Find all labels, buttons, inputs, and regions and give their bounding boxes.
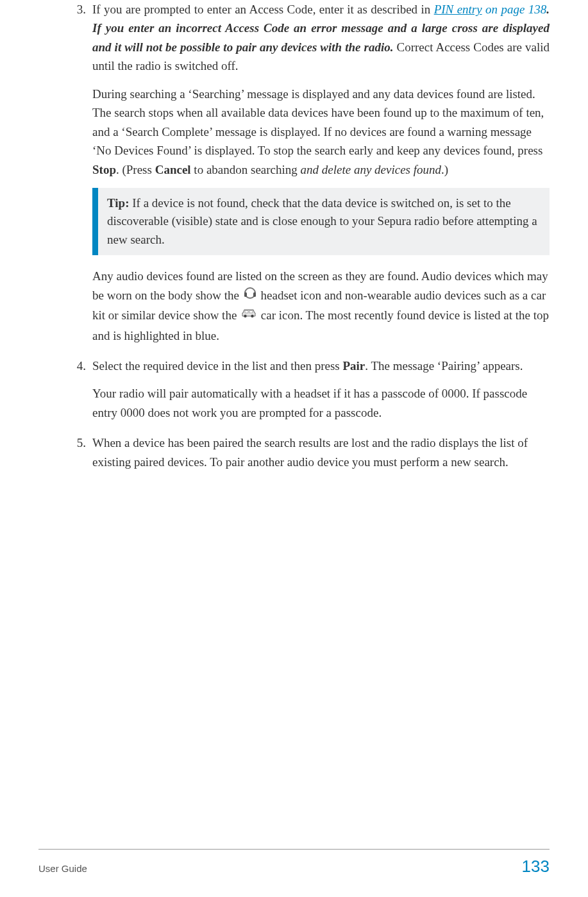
tip-label: Tip: [107,196,130,210]
step-3: 3. If you are prompted to enter an Acces… [69,0,550,345]
page: 3. If you are prompted to enter an Acces… [0,0,588,897]
step-5: 5. When a device has been paired the sea… [69,433,550,471]
step-4-number: 4. [69,356,86,375]
page-number: 133 [522,853,550,879]
text: During searching a ‘Searching’ message i… [92,87,544,157]
step-3-para-2: During searching a ‘Searching’ message i… [92,85,550,179]
text: .) [441,163,448,176]
steps-list: 3. If you are prompted to enter an Acces… [69,0,550,471]
text: . The message ‘Pairing’ appears. [365,359,523,373]
link-text: PIN entry [434,3,482,16]
tip-body: If a device is not found, check that the… [107,196,537,246]
tip-box: Tip: If a device is not found, check tha… [92,188,550,256]
svg-point-6 [251,315,253,317]
headset-icon [244,286,256,305]
step-5-number: 5. [69,433,86,452]
page-footer: User Guide 133 [38,849,550,879]
pair-label: Pair [342,359,365,373]
footer-left: User Guide [38,861,87,876]
svg-point-5 [244,315,246,317]
step-4: 4. Select the required device in the lis… [69,356,550,422]
text: If you are prompted to enter an Access C… [92,3,434,16]
stop-label: Stop [92,163,116,176]
step-3-para-3: Any audio devices found are listed on th… [92,267,550,345]
svg-rect-4 [249,311,253,314]
italic-text: and delete any devices found [301,163,441,176]
step-5-para-1: When a device has been paired the search… [92,433,550,471]
pin-entry-link[interactable]: PIN entry [434,3,482,16]
svg-rect-3 [245,311,248,314]
step-4-para-2: Your radio will pair automatically with … [92,384,550,422]
cancel-label: Cancel [155,163,191,176]
step-3-number: 3. [69,0,86,19]
link-page: on page 138 [482,3,547,16]
svg-rect-2 [253,292,256,297]
step-4-para-1: Select the required device in the list a… [92,356,550,375]
car-icon [241,306,256,324]
step-3-para-1: If you are prompted to enter an Access C… [92,0,550,76]
svg-rect-1 [244,292,247,297]
text: . (Press [116,163,155,176]
text: Select the required device in the list a… [92,359,342,373]
text: to abandon searching [191,163,301,176]
